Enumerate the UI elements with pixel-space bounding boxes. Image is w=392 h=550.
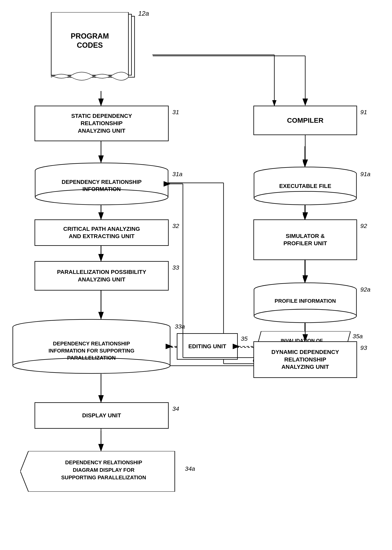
static-dep-ref: 31 <box>172 109 179 116</box>
svg-text:INFORMATION: INFORMATION <box>83 186 121 192</box>
svg-text:INFORMATION FOR SUPPORTING: INFORMATION FOR SUPPORTING <box>49 348 134 354</box>
svg-text:SUPPORTING PARALLELIZATION: SUPPORTING PARALLELIZATION <box>61 474 146 480</box>
compiler-box: COMPILER <box>253 106 357 135</box>
static-dep-box: STATIC DEPENDENCYRELATIONSHIPANALYZING U… <box>35 106 169 141</box>
dep-diagram-shape: DEPENDENCY RELATIONSHIP DIAGRAM DISPLAY … <box>20 451 183 492</box>
svg-text:PROFILE INFORMATION: PROFILE INFORMATION <box>274 298 336 304</box>
dep-diagram-ref: 34a <box>185 465 195 472</box>
invalidation-ref: 35a <box>353 333 363 340</box>
svg-text:DEPENDENCY RELATIONSHIP: DEPENDENCY RELATIONSHIP <box>65 459 142 466</box>
svg-text:CODES: CODES <box>77 41 103 49</box>
compiler-ref: 91 <box>360 109 367 116</box>
dep-rel-support-cylinder: DEPENDENCY RELATIONSHIP INFORMATION FOR … <box>12 319 171 374</box>
svg-point-62 <box>254 309 357 323</box>
editing-unit-box: EDITING UNIT <box>177 333 238 360</box>
diagram-container: 12a PROGRAM CODES STATIC DEPENDENCYRELAT… <box>0 0 392 550</box>
parallelization-box: PARALLELIZATION POSSIBILITYANALYZING UNI… <box>35 261 169 291</box>
svg-point-56 <box>254 191 357 205</box>
simulator-box: SIMULATOR &PROFILER UNIT <box>253 219 357 260</box>
display-unit-ref: 34 <box>172 405 179 412</box>
program-codes-shape: PROGRAM CODES <box>49 12 153 91</box>
dep-rel-support-ref: 33a <box>175 323 185 330</box>
dynamic-dep-ref: 93 <box>360 344 367 351</box>
profile-info-ref: 92a <box>360 286 371 293</box>
display-unit-box: DISPLAY UNIT <box>35 402 169 429</box>
profile-info-cylinder: PROFILE INFORMATION <box>253 282 357 323</box>
dynamic-dep-box: DYNAMIC DEPENDENCYRELATIONSHIPANALYZING … <box>253 341 357 378</box>
critical-path-box: CRITICAL PATH ANALYZINGAND EXTRACTING UN… <box>35 219 169 246</box>
svg-text:DEPENDENCY RELATIONSHIP: DEPENDENCY RELATIONSHIP <box>53 341 130 347</box>
editing-unit-ref: 35 <box>241 335 247 342</box>
executable-file-cylinder: EXECUTABLE FILE <box>253 167 357 205</box>
svg-text:EXECUTABLE FILE: EXECUTABLE FILE <box>279 183 331 189</box>
dep-rel-info-cylinder: DEPENDENCY RELATIONSHIP INFORMATION <box>35 163 169 205</box>
svg-text:PARALLELIZATION: PARALLELIZATION <box>67 355 116 361</box>
executable-file-ref: 91a <box>360 171 371 178</box>
critical-path-ref: 32 <box>172 223 179 229</box>
dep-rel-info-ref: 31a <box>172 171 182 178</box>
parallelization-ref: 33 <box>172 264 179 271</box>
simulator-ref: 92 <box>360 223 367 229</box>
svg-text:DIAGRAM DISPLAY FOR: DIAGRAM DISPLAY FOR <box>73 467 134 473</box>
svg-text:PROGRAM: PROGRAM <box>71 32 109 40</box>
svg-text:DEPENDENCY RELATIONSHIP: DEPENDENCY RELATIONSHIP <box>62 179 142 185</box>
